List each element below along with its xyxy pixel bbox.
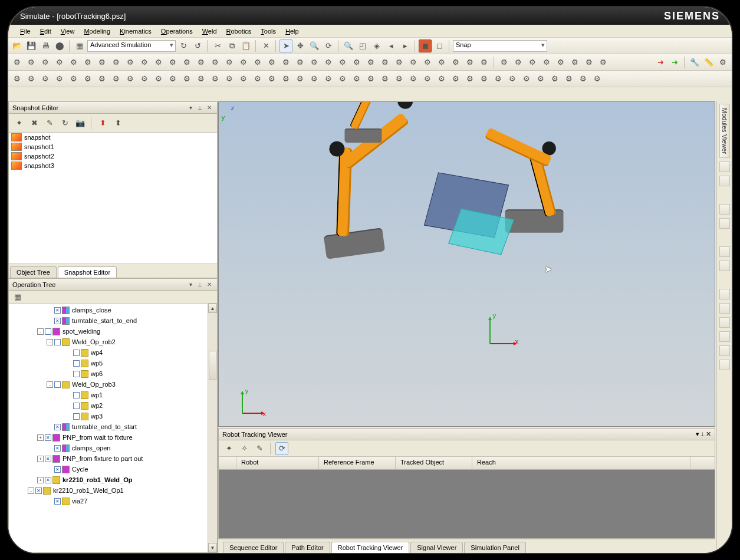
- checkbox[interactable]: [54, 424, 61, 430]
- refresh-list-icon[interactable]: ↻: [58, 117, 71, 130]
- zoom-icon[interactable]: 🔍: [308, 39, 321, 52]
- toolbar-icon[interactable]: ⚙: [53, 56, 66, 69]
- apply-icon[interactable]: ⬍: [96, 117, 109, 130]
- column-header[interactable]: Robot: [236, 457, 319, 469]
- toolbar-icon[interactable]: ⚙: [180, 56, 193, 69]
- record-icon[interactable]: ⬤: [53, 39, 66, 52]
- toolbar-icon[interactable]: ⚙: [421, 73, 434, 85]
- toolbar-icon[interactable]: ⚙: [152, 73, 165, 85]
- toolbar-icon[interactable]: ⚙: [294, 73, 307, 85]
- print-icon[interactable]: 🖶: [39, 39, 52, 52]
- grid-icon[interactable]: ▦: [73, 39, 86, 52]
- toolbar-icon[interactable]: ⚙: [25, 56, 38, 69]
- side-tool-icon[interactable]: [719, 261, 730, 271]
- toolbar-icon[interactable]: ⚙: [393, 73, 406, 85]
- toolbar-icon[interactable]: ⚙: [379, 56, 392, 69]
- toolbar-icon[interactable]: ⚙: [81, 56, 94, 69]
- expand-icon[interactable]: +: [37, 434, 44, 441]
- toolbar-icon[interactable]: ⚙: [279, 73, 292, 85]
- toolbar-icon[interactable]: ⚙: [548, 73, 561, 85]
- close-icon[interactable]: ✕: [205, 281, 213, 289]
- side-tool-icon[interactable]: [719, 360, 730, 370]
- toolbar-icon[interactable]: ⚙: [435, 73, 448, 85]
- checkbox[interactable]: [45, 434, 51, 441]
- checkbox[interactable]: [54, 498, 61, 505]
- checkbox[interactable]: [73, 392, 80, 398]
- toolbar-icon[interactable]: ⚙: [223, 56, 236, 69]
- tree-item[interactable]: +kr2210_rob1_Weld_Op: [9, 475, 208, 485]
- expand-icon[interactable]: -: [37, 328, 44, 335]
- scroll-down-icon[interactable]: ▼: [208, 543, 217, 552]
- scroll-up-icon[interactable]: ▲: [208, 304, 217, 313]
- toolbar-icon[interactable]: ⚙: [591, 73, 604, 85]
- red-arrow-icon[interactable]: ➜: [654, 56, 667, 69]
- side-tool-icon[interactable]: [719, 218, 730, 229]
- tree-item[interactable]: clamps_close: [9, 305, 208, 315]
- settings-icon[interactable]: ⬍: [111, 117, 124, 130]
- toolbar-icon[interactable]: ⚙: [534, 73, 547, 85]
- tree-item[interactable]: turntable_end_to_start: [9, 421, 208, 432]
- side-tool-icon[interactable]: [719, 317, 730, 328]
- reload-icon[interactable]: ↺: [191, 39, 204, 52]
- toolbar-icon[interactable]: ⚙: [449, 73, 462, 85]
- bottom-tab-simulation-panel[interactable]: Simulation Panel: [464, 542, 526, 553]
- toolbar-icon[interactable]: ⚙: [166, 56, 179, 69]
- menu-modeling[interactable]: Modeling: [79, 27, 115, 36]
- tree-item[interactable]: via27: [9, 496, 208, 506]
- checkbox[interactable]: [54, 318, 61, 324]
- orbit-icon[interactable]: ⟳: [322, 39, 335, 52]
- toolbar-icon[interactable]: ⚙: [498, 56, 511, 69]
- column-header[interactable]: Reach: [472, 457, 690, 469]
- pointer-icon[interactable]: ➤: [279, 39, 292, 52]
- toolbar-icon[interactable]: ⚙: [96, 73, 108, 85]
- views-icon[interactable]: ◈: [370, 39, 383, 52]
- toolbar-icon[interactable]: ⚙: [195, 73, 208, 85]
- toolbar-icon[interactable]: ⚙: [478, 73, 491, 85]
- checkbox[interactable]: [45, 328, 51, 335]
- toolbar-icon[interactable]: ⚙: [463, 73, 476, 85]
- wrench-icon[interactable]: 🔧: [688, 56, 701, 69]
- menu-file[interactable]: File: [15, 27, 35, 36]
- dropdown-icon[interactable]: ▾: [186, 281, 195, 289]
- checkbox[interactable]: [73, 403, 80, 409]
- tree-grid-icon[interactable]: ▦: [11, 291, 24, 304]
- toolbar-icon[interactable]: ⚙: [124, 56, 137, 69]
- expand-icon[interactable]: +: [37, 456, 44, 462]
- tree-item[interactable]: wp3: [9, 411, 208, 421]
- viewport-3d[interactable]: z y x y x y: [218, 101, 715, 427]
- snapshot-item[interactable]: snapshot: [9, 133, 217, 142]
- tab-object-tree[interactable]: Object Tree: [10, 266, 57, 278]
- cut-icon[interactable]: ✂: [211, 39, 224, 52]
- toolbar-icon[interactable]: ⚙: [138, 73, 151, 85]
- toolbar-icon[interactable]: ⚙: [435, 56, 448, 69]
- toolbar-icon[interactable]: ⚙: [554, 56, 567, 69]
- shadebox-icon[interactable]: ◻: [433, 39, 446, 52]
- toolbar-icon[interactable]: ⚙: [138, 56, 151, 69]
- toolbar-icon[interactable]: ⚙: [237, 73, 250, 85]
- toolbar-icon[interactable]: ⚙: [336, 73, 349, 85]
- dropdown-icon[interactable]: ▾: [696, 430, 699, 438]
- checkbox[interactable]: [54, 466, 61, 473]
- toolbar-icon[interactable]: ⚙: [11, 73, 24, 85]
- operation-tree[interactable]: clamps_closeturntable_start_to_end-spot_…: [9, 304, 208, 552]
- toolbar-icon[interactable]: ⚙: [322, 56, 335, 69]
- ruler-icon[interactable]: 📏: [702, 56, 715, 69]
- checkbox[interactable]: [35, 487, 42, 494]
- delete-snapshot-icon[interactable]: ✖: [28, 117, 41, 130]
- toolbar-icon[interactable]: ⚙: [716, 56, 729, 69]
- toolbar-icon[interactable]: ⚙: [166, 73, 179, 85]
- menu-view[interactable]: View: [56, 27, 80, 36]
- toolbar-icon[interactable]: ⚙: [67, 73, 80, 85]
- toolbar-icon[interactable]: ⚙: [110, 56, 123, 69]
- tree-item[interactable]: +PNP_from wait to fixture: [9, 432, 208, 443]
- toolbar-icon[interactable]: ⚙: [67, 56, 80, 69]
- checkbox[interactable]: [45, 456, 51, 462]
- toolbar-icon[interactable]: ⚙: [583, 56, 596, 69]
- tree-item[interactable]: clamps_open: [9, 443, 208, 453]
- close-icon[interactable]: ✕: [706, 430, 711, 438]
- toolbar-icon[interactable]: ⚙: [180, 73, 193, 85]
- toolbar-icon[interactable]: ⚙: [209, 56, 222, 69]
- toolbar-icon[interactable]: ⚙: [195, 56, 208, 69]
- zoomfit-icon[interactable]: 🔍: [342, 39, 355, 52]
- zoomwin-icon[interactable]: ◰: [356, 39, 369, 52]
